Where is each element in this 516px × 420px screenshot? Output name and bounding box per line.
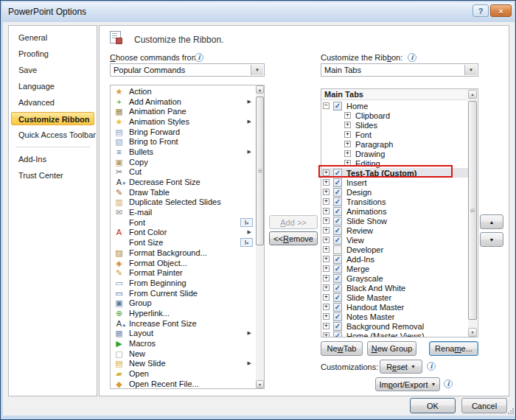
checkbox-home[interactable]: ✓: [333, 102, 342, 111]
checkbox-transitions[interactable]: ✓: [333, 197, 342, 206]
expand-icon[interactable]: +: [344, 141, 351, 147]
collapse-icon[interactable]: −: [323, 102, 330, 109]
expand-icon[interactable]: +: [323, 208, 330, 214]
scroll-up-button[interactable]: ▲: [256, 85, 264, 94]
expand-icon[interactable]: +: [323, 179, 330, 186]
checkbox-review[interactable]: ✓: [333, 226, 342, 235]
command-e-mail[interactable]: ✉E-mail: [111, 207, 255, 217]
scrollbar-thumb[interactable]: [256, 97, 264, 245]
commands-scrollbar[interactable]: ▲ ▼: [256, 85, 264, 388]
checkbox-slide-show[interactable]: ✓: [333, 217, 342, 225]
tree-item-black-and-white[interactable]: +✓Black And White: [321, 283, 468, 293]
move-down-button[interactable]: ▼: [480, 232, 503, 247]
choose-commands-dropdown[interactable]: Popular Commands ▼: [110, 63, 265, 77]
dropdown-arrow-icon[interactable]: ▼: [464, 65, 477, 75]
move-up-button[interactable]: ▲: [480, 214, 503, 229]
expand-icon[interactable]: +: [323, 217, 330, 224]
command-action[interactable]: ★Action: [111, 86, 255, 97]
sidebar-item-trust-center[interactable]: Trust Center: [9, 167, 97, 183]
expand-icon[interactable]: +: [323, 265, 330, 272]
tree-item-animations[interactable]: +✓Animations: [321, 206, 468, 216]
command-duplicate-selected-slides[interactable]: ▥Duplicate Selected Slides: [111, 197, 255, 208]
tree-item-handout-master[interactable]: +✓Handout Master: [321, 302, 468, 312]
checkbox-merge[interactable]: ✓: [333, 265, 342, 273]
sidebar-item-advanced[interactable]: Advanced: [9, 94, 97, 111]
command-from-current-slide[interactable]: ▭From Current Slide: [111, 288, 255, 298]
sidebar-item-save[interactable]: Save: [9, 62, 97, 78]
titlebar[interactable]: PowerPoint Options: [2, 2, 514, 21]
new-group-button[interactable]: New Group: [367, 341, 416, 356]
command-format-painter[interactable]: ✎Format Painter: [111, 267, 255, 278]
add-button[interactable]: Add >>: [269, 215, 318, 229]
checkbox-handout-master[interactable]: ✓: [333, 303, 342, 312]
expand-icon[interactable]: +: [323, 313, 330, 320]
cancel-button[interactable]: Cancel: [461, 398, 507, 413]
command-open[interactable]: ▰Open: [111, 368, 255, 379]
import-export-button[interactable]: Import/Export ▼: [375, 377, 440, 391]
expand-icon[interactable]: +: [323, 237, 330, 243]
command-font[interactable]: FontI▾: [111, 217, 255, 228]
command-hyperlink[interactable]: ⊕Hyperlink...: [111, 308, 255, 318]
tree-item-review[interactable]: +✓Review: [321, 225, 468, 235]
tree-item-background-removal[interactable]: +✓Background Removal: [321, 321, 468, 331]
command-format-background[interactable]: ▨Format Background...: [111, 248, 255, 258]
expand-icon[interactable]: +: [344, 131, 351, 138]
customize-ribbon-dropdown[interactable]: Main Tabs ▼: [321, 63, 478, 77]
tree-item-grayscale[interactable]: +✓Grayscale: [321, 273, 468, 283]
rename-button[interactable]: Rename...: [429, 341, 478, 356]
expand-icon[interactable]: +: [323, 323, 330, 329]
command-copy[interactable]: ▣Copy: [111, 157, 255, 167]
command-bring-forward[interactable]: ▤Bring Forward: [111, 127, 255, 137]
expand-icon[interactable]: +: [323, 332, 330, 337]
checkbox-background-removal[interactable]: ✓: [333, 322, 342, 331]
tree-item-slides[interactable]: +Slides: [321, 120, 468, 130]
checkbox-home-master-views[interactable]: ✓: [333, 332, 342, 337]
tree-item-view[interactable]: +✓View: [321, 235, 468, 245]
reset-button[interactable]: Reset ▼: [380, 360, 422, 374]
checkbox-slide-master[interactable]: ✓: [333, 293, 342, 302]
command-macros[interactable]: ▶Macros: [111, 338, 255, 349]
scroll-up-button[interactable]: ▲: [468, 90, 477, 99]
command-format-object[interactable]: ◈Format Object...: [111, 258, 255, 268]
tree-item-transitions[interactable]: +✓Transitions: [321, 197, 468, 206]
command-new[interactable]: ▢New: [111, 349, 255, 359]
tree-item-font[interactable]: +Font: [321, 130, 468, 139]
checkbox-grayscale[interactable]: ✓: [333, 274, 342, 283]
expand-icon[interactable]: +: [323, 294, 330, 301]
command-animation-pane[interactable]: ▦Animation Pane: [111, 106, 255, 116]
checkbox-animations[interactable]: ✓: [333, 207, 342, 216]
tree-item-home-master-views[interactable]: +✓Home (Master Views): [321, 331, 468, 337]
tree-item-clipboard[interactable]: +Clipboard: [321, 111, 468, 120]
expand-icon[interactable]: +: [344, 122, 351, 128]
expand-icon[interactable]: +: [323, 275, 330, 281]
expand-icon[interactable]: +: [323, 256, 330, 262]
resize-grip[interactable]: [507, 407, 514, 414]
scroll-down-button[interactable]: ▼: [468, 328, 477, 337]
tree-item-design[interactable]: +✓Design: [321, 187, 468, 197]
expand-icon[interactable]: +: [323, 198, 330, 205]
tree-item-home[interactable]: −✓Home: [321, 101, 468, 111]
scrollbar-thumb[interactable]: [468, 101, 477, 320]
tree-item-notes-master[interactable]: +✓Notes Master: [321, 312, 468, 321]
sidebar-item-quick-access-toolbar[interactable]: Quick Access Toolbar: [9, 127, 97, 143]
sidebar-item-general[interactable]: General: [9, 29, 97, 46]
expand-icon[interactable]: +: [344, 150, 351, 157]
command-increase-font-size[interactable]: A▴Increase Font Size: [111, 318, 255, 329]
checkbox-design[interactable]: ✓: [333, 188, 342, 197]
expand-icon[interactable]: +: [323, 189, 330, 195]
tree-item-slide-show[interactable]: +✓Slide Show: [321, 216, 468, 225]
tree-item-paragraph[interactable]: +Paragraph: [321, 139, 468, 149]
checkbox-notes-master[interactable]: ✓: [333, 312, 342, 321]
command-draw-table[interactable]: ✎Draw Table: [111, 187, 255, 197]
expand-icon[interactable]: +: [323, 227, 330, 234]
expand-icon[interactable]: +: [323, 304, 330, 310]
command-new-slide[interactable]: ▤New Slide▶: [111, 359, 255, 369]
command-from-beginning[interactable]: ▭From Beginning: [111, 278, 255, 288]
command-bring-to-front[interactable]: ▧Bring to Front: [111, 136, 255, 147]
tree-item-developer[interactable]: +Developer: [321, 245, 468, 254]
expand-icon[interactable]: +: [344, 112, 351, 119]
command-font-color[interactable]: AFont Color▶: [111, 228, 255, 238]
tree-item-drawing[interactable]: +Drawing: [321, 149, 468, 158]
tree-item-merge[interactable]: +✓Merge: [321, 264, 468, 273]
scroll-down-button[interactable]: ▼: [256, 380, 264, 388]
